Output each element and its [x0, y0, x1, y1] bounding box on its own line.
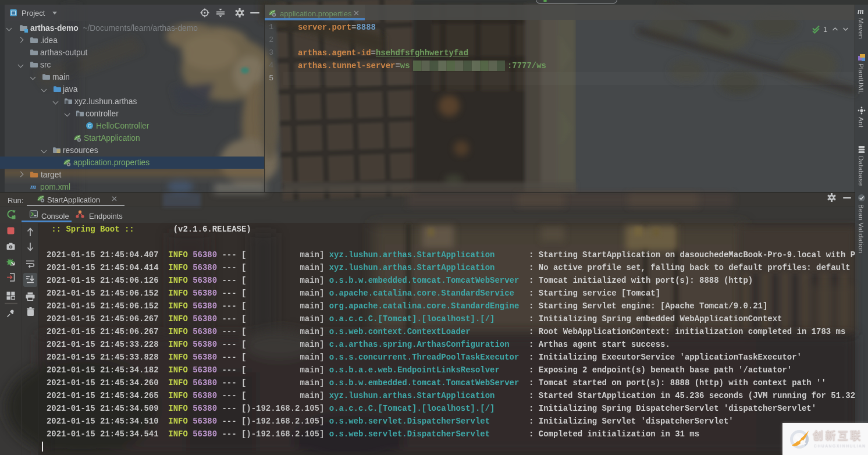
svg-text:m: m [858, 7, 864, 16]
svg-text:m: m [30, 183, 36, 190]
svg-text:C: C [88, 123, 92, 129]
